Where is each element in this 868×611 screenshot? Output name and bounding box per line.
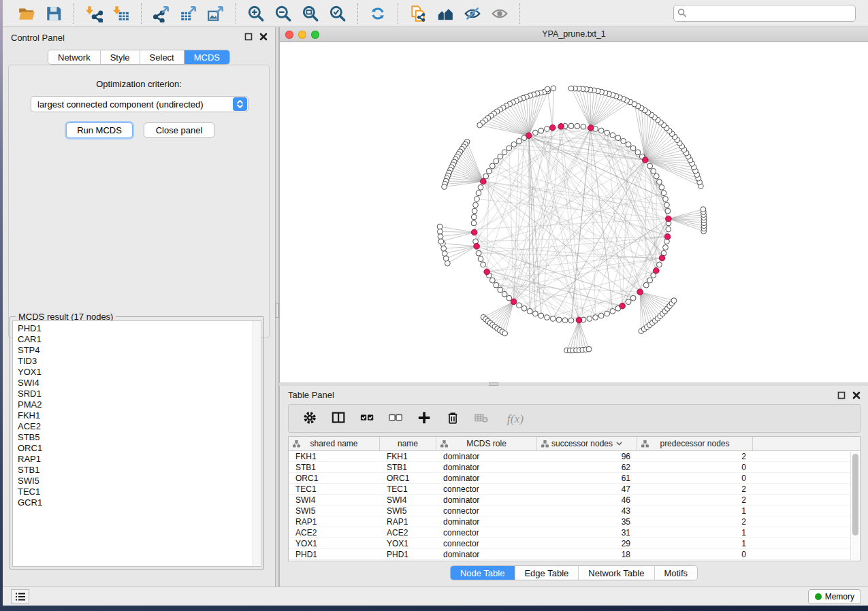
optimization-criterion-select[interactable]: largest connected component (undirected) (31, 96, 248, 112)
table-row[interactable]: FKH1FKH1dominator962 (289, 451, 860, 462)
cell-mcds_role[interactable]: dominator (436, 462, 537, 472)
search-input[interactable] (673, 5, 856, 22)
cell-successor_nodes[interactable]: 35 (537, 516, 637, 527)
table-row[interactable]: ORC1ORC1dominator610 (289, 473, 860, 484)
cell-successor_nodes[interactable]: 61 (537, 473, 637, 483)
table-row[interactable]: YOX1YOX1connector291 (289, 538, 860, 549)
select-all-button[interactable] (355, 407, 380, 430)
cell-mcds_role[interactable]: connector (436, 506, 537, 516)
clone-document-button[interactable] (404, 3, 432, 24)
deselect-all-button[interactable] (384, 407, 408, 430)
tab-edge-table[interactable]: Edge Table (515, 566, 579, 580)
cell-shared_name[interactable]: SWI4 (289, 495, 380, 505)
mcds-result-item[interactable]: GCR1 (18, 497, 261, 508)
cell-shared_name[interactable]: STB1 (289, 462, 380, 472)
cell-name[interactable]: TEC1 (380, 484, 436, 494)
column-header-successor-nodes[interactable]: successor nodes (537, 437, 637, 450)
cell-successor_nodes[interactable]: 46 (537, 495, 637, 505)
run-mcds-button[interactable]: Run MCDS (66, 122, 133, 138)
cell-successor_nodes[interactable]: 96 (537, 451, 637, 461)
table-scrollbar[interactable] (850, 452, 859, 560)
vertical-splitter-handle[interactable] (276, 303, 278, 318)
cell-successor_nodes[interactable]: 31 (537, 527, 637, 538)
cell-name[interactable]: SWI5 (380, 506, 436, 516)
cell-name[interactable]: ACE2 (380, 527, 436, 538)
cell-mcds_role[interactable]: dominator (436, 516, 537, 527)
cell-mcds_role[interactable]: dominator (436, 495, 537, 505)
tab-network-table[interactable]: Network Table (579, 566, 654, 580)
mcds-result-item[interactable]: TID3 (18, 356, 261, 367)
cell-name[interactable]: PHD1 (380, 549, 436, 559)
cell-mcds_role[interactable]: connector (436, 484, 537, 494)
cell-predecessor_nodes[interactable]: 2 (637, 484, 753, 494)
cell-name[interactable]: SWI4 (380, 495, 436, 505)
refresh-view-button[interactable] (364, 3, 391, 24)
close-table-panel-button[interactable] (852, 391, 861, 401)
column-header-name[interactable]: name (380, 437, 436, 450)
open-folder-button[interactable] (13, 3, 40, 24)
zoom-selected-button[interactable] (324, 3, 351, 24)
cell-mcds_role[interactable]: dominator (436, 451, 537, 461)
export-image-button[interactable] (202, 3, 229, 24)
result-list-scrollbar[interactable] (253, 321, 261, 566)
add-column-button[interactable] (413, 407, 437, 430)
mcds-result-item[interactable]: FKH1 (18, 410, 261, 421)
cell-predecessor_nodes[interactable]: 2 (637, 451, 753, 461)
cell-name[interactable]: YOX1 (380, 538, 436, 548)
tab-mcds[interactable]: MCDS (184, 50, 229, 64)
cell-name[interactable]: ORC1 (380, 473, 436, 483)
cell-predecessor_nodes[interactable]: 1 (637, 506, 753, 516)
table-row[interactable]: TEC1TEC1connector472 (289, 484, 860, 495)
mcds-result-item[interactable]: TEC1 (18, 486, 261, 497)
delete-column-button[interactable] (441, 407, 466, 430)
save-session-button[interactable] (40, 3, 67, 24)
cell-shared_name[interactable]: YOX1 (289, 538, 380, 548)
mcds-result-item[interactable]: SWI4 (18, 378, 261, 389)
close-panel-button[interactable] (259, 33, 268, 42)
mcds-result-item[interactable]: YOX1 (18, 367, 261, 378)
mcds-result-item[interactable]: STB1 (18, 465, 261, 476)
tab-select[interactable]: Select (140, 50, 184, 64)
cell-predecessor_nodes[interactable]: 0 (637, 473, 753, 483)
mcds-result-item[interactable]: STP4 (18, 345, 261, 356)
cell-name[interactable]: RAP1 (380, 516, 436, 527)
mcds-result-item[interactable]: SRD1 (18, 389, 261, 399)
task-history-button[interactable] (11, 589, 29, 604)
cell-mcds_role[interactable]: connector (436, 527, 537, 538)
mcds-result-item[interactable]: PHD1 (18, 323, 261, 334)
window-minimize-button[interactable] (298, 31, 306, 39)
cell-predecessor_nodes[interactable]: 1 (637, 538, 753, 548)
cell-shared_name[interactable]: TEC1 (289, 484, 380, 494)
zoom-fit-button[interactable] (297, 3, 324, 24)
float-panel-button[interactable] (244, 33, 253, 42)
mcds-result-item[interactable]: PMA2 (18, 399, 261, 410)
cell-shared_name[interactable]: RAP1 (289, 516, 380, 527)
cell-name[interactable]: STB1 (380, 462, 436, 472)
column-header-MCDS-role[interactable]: MCDS role (436, 437, 537, 450)
table-row[interactable]: PHD1PHD1dominator180 (289, 549, 860, 560)
column-header-shared-name[interactable]: shared name (289, 437, 380, 450)
import-table-button[interactable] (108, 3, 135, 24)
table-scrollbar-thumb[interactable] (852, 454, 858, 535)
tab-network[interactable]: Network (48, 50, 101, 64)
zoom-out-button[interactable] (270, 3, 297, 24)
cell-predecessor_nodes[interactable]: 0 (637, 549, 753, 559)
table-row[interactable]: ACE2ACE2connector311 (289, 527, 860, 538)
export-table-button[interactable] (175, 3, 202, 24)
table-row[interactable]: STB1STB1dominator620 (289, 462, 860, 473)
cell-name[interactable]: FKH1 (380, 451, 436, 461)
cell-predecessor_nodes[interactable]: 2 (637, 495, 753, 505)
houses-button[interactable] (432, 3, 459, 24)
mcds-result-item[interactable]: ACE2 (18, 421, 261, 432)
table-row[interactable]: RAP1RAP1dominator352 (289, 516, 860, 527)
cell-shared_name[interactable]: SWI5 (289, 506, 380, 516)
window-close-button[interactable] (285, 31, 293, 39)
cell-predecessor_nodes[interactable]: 2 (637, 516, 753, 527)
tab-node-table[interactable]: Node Table (451, 566, 515, 580)
network-graph-canvas[interactable] (280, 42, 867, 382)
memory-button[interactable]: Memory (808, 589, 861, 604)
cell-successor_nodes[interactable]: 18 (537, 549, 637, 559)
close-panel-text-button[interactable]: Close panel (144, 122, 214, 138)
cell-mcds_role[interactable]: connector (436, 538, 537, 548)
export-network-button[interactable] (148, 3, 175, 24)
